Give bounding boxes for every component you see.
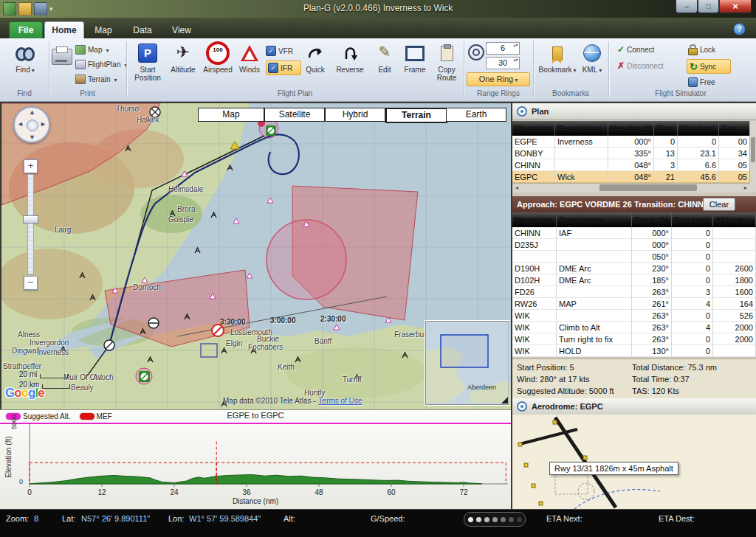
lock-button[interactable]: Lock	[688, 43, 715, 56]
maximize-button[interactable]	[698, 0, 719, 13]
table-row[interactable]: FD26263°31600	[512, 286, 756, 298]
table-cell: IAF	[557, 227, 632, 239]
free-button[interactable]: Free	[688, 75, 715, 89]
table-cell: 263°	[632, 333, 672, 345]
svg-text:72: 72	[459, 488, 468, 496]
map-canvas[interactable]: ThursoHalkirkHelmsdaleBroraGolspieLairgD…	[1, 103, 511, 409]
start-position-button[interactable]: P Start Position	[130, 42, 165, 82]
altitude-button[interactable]: Altitude	[167, 42, 199, 74]
runway-tooltip: Rwy 13/31 1826m x 45m Asphalt	[549, 462, 678, 475]
zoom-out-button[interactable]: −	[24, 276, 38, 290]
edit-button[interactable]: Edit	[371, 42, 399, 74]
plan-section-header[interactable]: Plan	[512, 103, 756, 120]
overview-inset-map[interactable]: Aberdeen	[425, 321, 509, 405]
table-row[interactable]: 050°0	[512, 251, 756, 263]
sync-icon	[690, 61, 698, 72]
table-row[interactable]: CHINN048°36.605	[512, 159, 750, 171]
table-cell: 263°	[632, 286, 672, 298]
copy-route-button[interactable]: Copy Route	[431, 42, 462, 82]
table-cell: 0	[672, 263, 713, 274]
table-row[interactable]: D102HDME Arc185°01800	[512, 274, 756, 286]
table-row[interactable]: D190HDME Arc230°02600	[512, 263, 756, 274]
airspeed-button[interactable]: 100 Airspeed	[201, 42, 235, 74]
winds-button[interactable]: Winds	[235, 42, 264, 74]
sync-button[interactable]: Sync	[687, 59, 731, 74]
column-header: Dist (nm)	[678, 121, 719, 136]
clear-approach-button[interactable]: Clear	[703, 198, 735, 211]
column-header: Heading °M	[608, 121, 654, 136]
connect-check-icon	[617, 44, 625, 55]
reverse-button[interactable]: Reverse	[332, 42, 368, 74]
pan-down-icon[interactable]: ▼	[29, 134, 35, 141]
tab-home[interactable]: Home	[44, 21, 84, 38]
zoom-slider-handle[interactable]	[23, 215, 38, 224]
help-button[interactable]	[733, 23, 746, 35]
print-map-button[interactable]: Map	[75, 43, 109, 56]
inset-resize-grip[interactable]	[501, 397, 508, 403]
ifr-toggle[interactable]: IFR	[266, 60, 301, 75]
quick-button[interactable]: Quick	[300, 42, 331, 74]
pan-left-icon[interactable]: ◄	[17, 120, 24, 128]
vfr-toggle[interactable]: VFR	[266, 44, 297, 58]
map-place-label: Dornoch	[133, 283, 161, 291]
tab-file[interactable]: File	[9, 21, 43, 38]
table-row[interactable]: EGPEInverness000°0000	[512, 136, 750, 148]
kml-button[interactable]: KML	[579, 42, 605, 75]
map-pan-control[interactable]: ▲ ▼ ◄ ►	[13, 106, 50, 143]
table-cell: Wick	[555, 171, 608, 183]
close-button[interactable]	[719, 0, 752, 13]
disconnect-button[interactable]: Disconnect	[617, 59, 664, 72]
table-cell: 0	[672, 227, 713, 239]
table-cell	[555, 159, 608, 171]
zoom-in-button[interactable]: +	[24, 159, 38, 173]
pan-center-icon[interactable]	[27, 119, 38, 131]
tab-data[interactable]: Data	[124, 22, 161, 38]
group-label-range-rings: Range Rings	[464, 89, 533, 99]
print-flightplan-button[interactable]: FlightPlan	[75, 58, 127, 71]
table-cell: Inverness	[555, 136, 608, 148]
ring-count-spinner[interactable]: 6	[486, 42, 520, 55]
column-header: Description	[557, 212, 632, 227]
table-row[interactable]: WIKHOLD130°0	[512, 345, 756, 357]
table-row[interactable]: RW26MAP261°4164	[512, 298, 756, 310]
altitude-plane-icon	[176, 48, 190, 59]
maptype-earth-button[interactable]: Earth	[446, 108, 506, 122]
table-row[interactable]: D235J000°0	[512, 239, 756, 251]
table-cell: 13	[654, 148, 678, 159]
bookmark-button[interactable]: Bookmark	[537, 42, 577, 75]
maptype-terrain-button[interactable]: Terrain	[385, 108, 447, 123]
terms-of-use-link[interactable]: Terms of Use	[319, 397, 362, 405]
plan-vertical-scrollbar[interactable]	[749, 121, 756, 192]
connect-button[interactable]: Connect	[617, 43, 654, 56]
table-cell: 526	[713, 310, 756, 322]
printer-icon[interactable]	[52, 49, 72, 65]
table-cell: 185°	[632, 274, 672, 286]
pan-up-icon[interactable]: ▲	[29, 108, 35, 116]
ring-radius-spinner[interactable]: 30	[486, 57, 520, 69]
table-cell: 0	[672, 251, 713, 263]
table-row[interactable]: WIK263°0526	[512, 310, 756, 322]
zoom-slider-track[interactable]	[27, 174, 34, 274]
frame-button[interactable]: Frame	[400, 42, 430, 74]
pan-right-icon[interactable]: ►	[40, 120, 47, 128]
table-row[interactable]: CHINNIAF000°0	[512, 227, 756, 239]
ring-mode-dropdown[interactable]: One Ring	[467, 72, 530, 86]
plan-horizontal-scrollbar[interactable]: ◄►	[512, 183, 750, 193]
table-row[interactable]: WIKTurn right to fix263°02000	[512, 333, 756, 345]
aerodrome-section-header[interactable]: Aerodrome: EGPC	[512, 398, 756, 415]
table-row[interactable]: EGPCWick048°2145.605	[512, 171, 750, 183]
minimize-button[interactable]	[676, 0, 698, 13]
find-button[interactable]: Find	[7, 42, 43, 75]
table-row[interactable]: WIKClimb to Alt263°42000	[512, 322, 756, 333]
table-cell: FD26	[512, 286, 557, 298]
table-row[interactable]: BONBY335°1323.134	[512, 148, 750, 159]
tab-map[interactable]: Map	[86, 22, 121, 38]
table-cell: DME Arc	[557, 263, 632, 274]
maptype-satellite-button[interactable]: Satellite	[264, 108, 325, 122]
airport-diagram[interactable]: Rwy 13/31 1826m x 45m Asphalt	[512, 415, 756, 509]
summary-suggested-altitude: Suggested Altitude: 5000 ft	[517, 385, 614, 397]
print-terrain-button[interactable]: Terrain	[75, 72, 117, 86]
tab-view[interactable]: View	[164, 22, 199, 38]
maptype-map-button[interactable]: Map	[198, 108, 264, 122]
maptype-hybrid-button[interactable]: Hybrid	[325, 108, 385, 122]
